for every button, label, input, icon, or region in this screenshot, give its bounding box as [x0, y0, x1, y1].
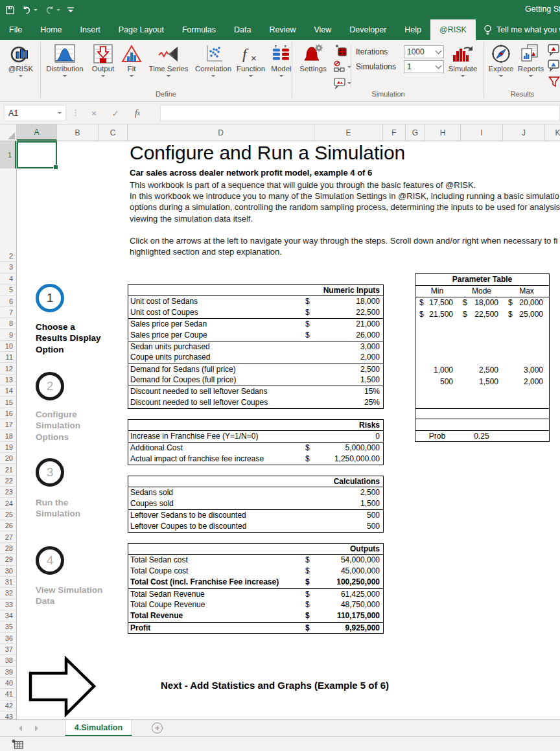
outputs-table[interactable]: OutputsTotal Sedan cost$54,000,000Total … — [128, 543, 384, 634]
parameter-row[interactable]: $17,500$18,000$20,000 — [415, 297, 549, 308]
fit-button[interactable]: Fit — [119, 43, 144, 89]
parameter-row[interactable] — [415, 354, 549, 365]
redo-icon[interactable] — [44, 5, 60, 14]
filter-icon[interactable] — [548, 76, 560, 88]
row-header-22[interactable]: 22 — [0, 476, 16, 487]
row-header-42[interactable]: 42 — [0, 700, 16, 711]
sheet-nav-left-icon[interactable] — [16, 725, 22, 732]
ribbon-tab-file[interactable]: File — [0, 19, 31, 40]
ribbon-tab-home[interactable]: Home — [31, 19, 71, 40]
redo-caret-icon[interactable] — [56, 9, 60, 13]
table-row[interactable]: Total Revenue$110,175,000 — [128, 610, 383, 621]
sheet-tab-active[interactable]: 4.Simulation — [65, 720, 132, 736]
row-header-23[interactable]: 23 — [0, 487, 16, 498]
ribbon-tab-help[interactable]: Help — [395, 19, 430, 40]
table-row[interactable]: Demand for Sedans (full price)2,500 — [128, 364, 383, 375]
parameter-row[interactable]: 1,0002,5003,000 — [415, 365, 549, 376]
row-header-12[interactable]: 12 — [0, 363, 16, 374]
row-header-40[interactable]: 40 — [0, 678, 16, 689]
row-header-1[interactable]: 1 — [0, 141, 16, 168]
table-row[interactable]: Total Coupe Revenue$48,750,000 — [128, 599, 383, 610]
parameter-row[interactable]: 5001,5002,000 — [415, 376, 549, 387]
simulations-select[interactable]: 1 — [404, 60, 444, 73]
new-sheet-icon[interactable]: + — [152, 722, 163, 734]
table-row[interactable]: Total Cost (incl. Franchise Fee increase… — [128, 577, 383, 588]
settings-button[interactable]: Settings — [296, 43, 331, 89]
table-row[interactable]: Sedan units purchased3,000 — [128, 341, 383, 352]
parameter-table-empty-row[interactable] — [415, 408, 550, 419]
table-row[interactable]: Discount needed to sell leftover Coupes2… — [128, 397, 383, 408]
explore-button[interactable]: Explore — [486, 43, 516, 89]
table-row[interactable]: Unit cost of Sedans$18,000 — [128, 296, 383, 307]
row-header-25[interactable]: 25 — [0, 509, 16, 520]
step-circle-4[interactable]: 4 — [36, 546, 64, 575]
parameter-row[interactable] — [415, 343, 549, 354]
row-header-34[interactable]: 34 — [0, 610, 16, 621]
show-graph-window-icon[interactable] — [333, 60, 351, 73]
cancel-icon[interactable]: × — [86, 106, 102, 121]
ribbon-tab-formulas[interactable]: Formulas — [173, 19, 225, 40]
table-row[interactable]: Coupe units purchased2,000 — [128, 352, 383, 363]
row-header-27[interactable]: 27 — [0, 532, 16, 543]
column-header-d[interactable]: D — [128, 124, 314, 141]
table-row[interactable]: Discount needed to sell leftover Sedans1… — [128, 386, 383, 397]
risks-table[interactable]: RisksIncrease in Franchise Fee (Y=1/N=0)… — [128, 419, 384, 465]
ribbon-tab-review[interactable]: Review — [260, 19, 305, 40]
select-all-corner[interactable] — [0, 124, 17, 141]
function-button[interactable]: f× Function — [235, 43, 267, 89]
row-header-11[interactable]: 11 — [0, 352, 16, 363]
table-row[interactable]: Unit cost of Coupes$22,500 — [128, 307, 383, 318]
row-header-13[interactable]: 13 — [0, 375, 16, 386]
iterations-select[interactable]: 1000 — [404, 45, 444, 58]
column-header-i[interactable]: I — [461, 124, 503, 141]
column-header-b[interactable]: B — [57, 124, 99, 141]
undo-icon[interactable] — [21, 5, 38, 14]
row-header-16[interactable]: 16 — [0, 408, 16, 419]
insert-function-icon[interactable]: fx — [130, 106, 145, 121]
atrisk-button[interactable]: @RISK — [4, 43, 38, 89]
reports-button[interactable]: Reports — [516, 43, 546, 89]
correlation-button[interactable]: Correlation — [193, 43, 233, 89]
fill-handle[interactable] — [53, 165, 58, 170]
column-header-a[interactable]: A — [17, 124, 57, 141]
row-header-39[interactable]: 39 — [0, 667, 16, 678]
parameter-table-prob-row[interactable]: Prob 0.25 — [415, 430, 550, 442]
ribbon-tab-insert[interactable]: Insert — [71, 19, 110, 40]
row-header-24[interactable]: 24 — [0, 498, 16, 509]
table-row[interactable]: Total Sedan cost$54,000,000 — [128, 555, 383, 566]
row-header-26[interactable]: 26 — [0, 520, 16, 531]
row-header-17[interactable]: 17 — [0, 419, 16, 430]
parameter-table-empty-row[interactable] — [415, 419, 550, 430]
row-header-7[interactable]: 7 — [0, 307, 16, 318]
row-header-33[interactable]: 33 — [0, 599, 16, 610]
row-header-8[interactable]: 8 — [0, 318, 16, 329]
undo-caret-icon[interactable] — [34, 9, 38, 13]
column-header-e[interactable]: E — [314, 124, 383, 141]
browse-results-icon[interactable] — [548, 44, 560, 56]
next-arrow-shape[interactable] — [28, 656, 97, 718]
row-header-10[interactable]: 10 — [0, 341, 16, 352]
row-header-32[interactable]: 32 — [0, 588, 16, 599]
calculations-table[interactable]: CalculationsSedans sold2,500Coupes sold1… — [128, 476, 384, 533]
tell-me-box[interactable]: Tell me what you want — [476, 19, 560, 40]
row-header-2[interactable]: 2 — [0, 251, 16, 262]
ribbon-tab-developer[interactable]: Developer — [340, 19, 395, 40]
simulate-button[interactable]: Simulate — [445, 43, 481, 89]
output-button[interactable]: Output — [88, 43, 118, 89]
table-row[interactable]: Actual impact of franchise fee increase$… — [128, 454, 383, 465]
name-box[interactable]: A1 — [4, 105, 66, 121]
selected-cell-a1[interactable] — [17, 141, 57, 168]
row-header-41[interactable]: 41 — [0, 689, 16, 700]
row-header-19[interactable]: 19 — [0, 442, 16, 453]
table-row[interactable]: Coupes sold1,500 — [128, 498, 383, 509]
ribbon-tab-page-layout[interactable]: Page Layout — [110, 19, 173, 40]
row-header-9[interactable]: 9 — [0, 329, 16, 340]
table-row[interactable]: Demand for Coupes (full price)1,500 — [128, 375, 383, 386]
macro-record-icon[interactable] — [12, 739, 23, 749]
table-row[interactable]: Leftover Coupes to be discounted500 — [128, 521, 383, 532]
time-series-button[interactable]: Time Series — [145, 43, 192, 89]
table-row[interactable]: Sedans sold2,500 — [128, 487, 383, 498]
step-circle-2[interactable]: 2 — [36, 372, 64, 400]
column-header-h[interactable]: H — [425, 124, 461, 141]
summary-results-icon[interactable] — [548, 60, 560, 72]
